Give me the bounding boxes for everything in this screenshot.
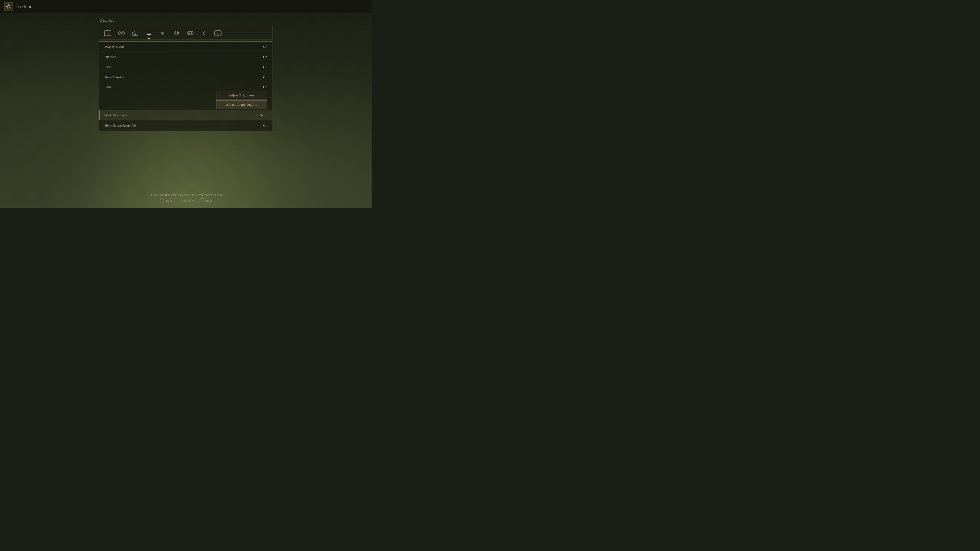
setting-subtitles[interactable]: Subtitles On xyxy=(99,52,272,62)
tab-l1[interactable]: L1 xyxy=(101,29,114,38)
setting-display-blood[interactable]: Display Blood On xyxy=(99,41,272,52)
gear-icon xyxy=(4,2,13,11)
display-blood-label: Display Blood xyxy=(104,44,124,49)
tab-r1[interactable]: R1 xyxy=(212,29,224,38)
svg-rect-0 xyxy=(4,2,13,11)
defaults-label: :Defaults xyxy=(183,199,194,203)
tab-accessibility[interactable] xyxy=(198,29,210,38)
svg-point-23 xyxy=(191,32,192,33)
settings-list: Display Blood On Subtitles On HUD On Sho… xyxy=(99,41,272,131)
setting-show-tutorials[interactable]: Show Tutorials On xyxy=(99,72,272,83)
square-icon: □ xyxy=(200,198,204,203)
subtitles-label: Subtitles xyxy=(104,55,116,59)
tab-sound[interactable] xyxy=(156,29,169,38)
help-control: □ :Help xyxy=(200,198,212,203)
chevron-left-icon[interactable]: ‹ xyxy=(256,113,257,117)
svg-point-24 xyxy=(192,33,192,33)
svg-text:R1: R1 xyxy=(217,32,220,35)
triangle-icon: △ xyxy=(178,198,182,203)
setting-show-recent-items[interactable]: Show Recent Items Tab On xyxy=(99,121,272,130)
hint-controls: ○ :Back △ :Defaults □ :Help xyxy=(160,198,212,203)
main-content: Display L1 xyxy=(0,13,372,131)
display-blood-value: On xyxy=(263,44,267,49)
svg-text:L1: L1 xyxy=(107,32,109,35)
header: System xyxy=(0,0,372,13)
adjust-image-quality-button[interactable]: Adjust Image Quality xyxy=(216,100,267,109)
hdr-value: On xyxy=(263,85,267,89)
hud-label: HUD xyxy=(104,65,111,69)
adjust-brightness-button[interactable]: Adjust Brightness xyxy=(216,91,267,100)
tab-gamepad[interactable] xyxy=(115,29,128,38)
mark-new-items-label: Mark New Items xyxy=(104,113,127,118)
show-tutorials-value: On xyxy=(263,75,267,79)
defaults-control: △ :Defaults xyxy=(178,198,194,203)
show-recent-items-label: Show Recent Items Tab xyxy=(104,124,136,127)
hdr-label: HDR xyxy=(104,85,111,89)
show-recent-items-value: On xyxy=(263,124,267,127)
circle-icon: ○ xyxy=(160,198,164,203)
mark-new-items-value: ‹ On › xyxy=(256,113,267,118)
help-label: :Help xyxy=(205,199,212,203)
hud-value: On xyxy=(263,65,267,69)
tab-display[interactable] xyxy=(143,29,156,38)
chevron-right-icon[interactable]: › xyxy=(266,113,267,117)
bottom-hint: Choose whether or not to mark new items … xyxy=(0,193,372,203)
hint-text: Choose whether or not to mark new items … xyxy=(149,193,223,197)
back-control: ○ :Back xyxy=(160,198,172,203)
svg-point-26 xyxy=(191,33,191,33)
setting-hdr[interactable]: HDR On Adjust Brightness Adjust Image Qu… xyxy=(99,83,272,110)
svg-point-25 xyxy=(191,33,192,34)
tab-bar: L1 xyxy=(99,27,272,40)
tab-controls[interactable] xyxy=(184,29,197,38)
section-title: Display xyxy=(99,18,272,23)
svg-point-10 xyxy=(135,33,136,35)
setting-mark-new-items[interactable]: Mark New Items ‹ On › xyxy=(99,110,272,121)
show-tutorials-label: Show Tutorials xyxy=(104,75,124,79)
tab-language[interactable] xyxy=(170,29,183,38)
hdr-dropdown-area: On Adjust Brightness Adjust Image Qualit… xyxy=(216,85,267,109)
back-label: :Back xyxy=(165,199,172,203)
subtitles-value: On xyxy=(263,55,267,59)
page-title: System xyxy=(16,4,32,9)
tab-camera[interactable] xyxy=(129,29,142,38)
setting-hud[interactable]: HUD On xyxy=(99,62,272,72)
